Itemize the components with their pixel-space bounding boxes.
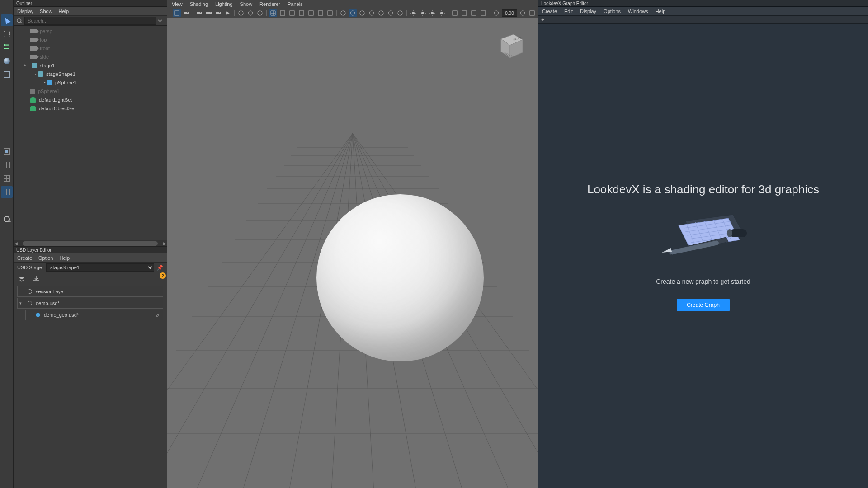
outliner-item[interactable]: front bbox=[14, 44, 167, 52]
snap-tool-2[interactable] bbox=[1, 159, 13, 171]
search-dropdown-icon[interactable] bbox=[158, 19, 162, 23]
scroll-left-icon[interactable]: ◀ bbox=[14, 241, 18, 246]
vp-select[interactable] bbox=[173, 9, 181, 17]
scroll-thumb[interactable] bbox=[23, 241, 158, 246]
vp-layout3[interactable] bbox=[297, 9, 306, 17]
create-graph-button[interactable]: Create Graph bbox=[677, 299, 730, 311]
scroll-right-icon[interactable]: ▶ bbox=[162, 241, 167, 246]
outliner-item[interactable]: defaultLightSet bbox=[14, 95, 167, 104]
outliner-item[interactable]: pSphere1 bbox=[14, 87, 167, 95]
vp-light4[interactable] bbox=[438, 9, 446, 17]
vp-menu-view[interactable]: View bbox=[172, 1, 183, 7]
save-button[interactable]: 2 bbox=[154, 274, 163, 283]
ldx-menu-windows[interactable]: Windows bbox=[628, 9, 648, 14]
outliner-item[interactable]: top bbox=[14, 35, 167, 44]
grid-icon bbox=[4, 162, 10, 168]
ldx-menu-help[interactable]: Help bbox=[656, 9, 666, 14]
target-icon[interactable] bbox=[36, 313, 40, 317]
stage-dropdown[interactable]: stageShape1 bbox=[46, 263, 154, 272]
pin-icon[interactable]: 📌 bbox=[157, 264, 163, 271]
snap-tool-3[interactable] bbox=[1, 173, 13, 184]
vp-menu-shading[interactable]: Shading bbox=[190, 1, 208, 7]
vp-gear[interactable] bbox=[492, 9, 500, 17]
outliner-item[interactable]: persp bbox=[14, 27, 167, 35]
vp-shade1[interactable] bbox=[237, 9, 245, 17]
vp-xray5[interactable] bbox=[396, 9, 404, 17]
vp-r3[interactable] bbox=[470, 9, 478, 17]
layer-row[interactable]: demo_geo.usd*⊘ bbox=[25, 310, 163, 320]
vp-layout6[interactable] bbox=[326, 9, 334, 17]
vp-menu-panels[interactable]: Panels bbox=[288, 1, 303, 7]
ldx-menu-options[interactable]: Options bbox=[604, 9, 621, 14]
vp-shade3[interactable] bbox=[256, 9, 264, 17]
outliner-item[interactable]: -stageShape1 bbox=[14, 70, 167, 78]
vp-grid[interactable] bbox=[269, 9, 277, 17]
vp-layout5[interactable] bbox=[316, 9, 325, 17]
vp-xray4[interactable] bbox=[387, 9, 395, 17]
menu-help[interactable]: Help bbox=[59, 255, 70, 261]
vp-shade2[interactable] bbox=[246, 9, 255, 17]
snap-tool-4[interactable] bbox=[1, 186, 13, 198]
vp-film2[interactable] bbox=[205, 9, 213, 17]
outliner-item[interactable]: defaultObjectSet bbox=[14, 104, 167, 113]
ldx-menu-create[interactable]: Create bbox=[542, 9, 557, 14]
select-tool[interactable] bbox=[1, 14, 13, 26]
outliner-scrollbar[interactable]: ◀ ▶ bbox=[14, 240, 167, 246]
menu-show[interactable]: Show bbox=[40, 9, 52, 14]
vp-menu-lighting[interactable]: Lighting bbox=[215, 1, 233, 7]
search-input[interactable] bbox=[24, 17, 156, 25]
vp-light1[interactable] bbox=[409, 9, 417, 17]
usd-layer-editor: USD Layer Editor Create Option Help USD … bbox=[14, 246, 167, 488]
vp-menu-show[interactable]: Show bbox=[240, 1, 253, 7]
menu-option[interactable]: Option bbox=[38, 255, 53, 261]
svg-rect-11 bbox=[290, 11, 294, 15]
add-layer-button[interactable] bbox=[17, 274, 26, 283]
vp-end2[interactable] bbox=[528, 9, 536, 17]
layer-row[interactable]: ▾demo.usd* bbox=[17, 298, 163, 309]
vp-menu-renderer[interactable]: Renderer bbox=[259, 1, 280, 7]
viewport-canvas[interactable]: FRONT RIGHT bbox=[167, 18, 538, 488]
arrow-icon bbox=[3, 16, 10, 24]
vp-play[interactable] bbox=[224, 9, 232, 17]
vp-r4[interactable] bbox=[479, 9, 487, 17]
vp-r1[interactable] bbox=[451, 9, 459, 17]
vp-xray3[interactable] bbox=[377, 9, 385, 17]
add-tab-button[interactable]: + bbox=[541, 17, 545, 23]
search-tool[interactable] bbox=[1, 213, 13, 225]
lasso-tool[interactable] bbox=[1, 28, 13, 40]
svg-rect-45 bbox=[472, 11, 476, 15]
vp-cam[interactable] bbox=[182, 9, 190, 17]
vp-light2[interactable] bbox=[419, 9, 427, 17]
vp-xray2[interactable] bbox=[368, 9, 376, 17]
layer-row[interactable]: sessionLayer bbox=[17, 286, 163, 297]
ldx-menu-edit[interactable]: Edit bbox=[564, 9, 573, 14]
view-cube[interactable]: FRONT RIGHT bbox=[492, 28, 528, 64]
outliner-item[interactable]: •pSphere1 bbox=[14, 78, 167, 87]
vp-layout1[interactable] bbox=[278, 9, 287, 17]
target-icon[interactable] bbox=[28, 289, 32, 294]
vp-film[interactable] bbox=[195, 9, 203, 17]
vp-iso[interactable] bbox=[339, 9, 347, 17]
vp-layout4[interactable] bbox=[307, 9, 315, 17]
outliner-item[interactable]: +-stage1 bbox=[14, 61, 167, 70]
move-tool[interactable] bbox=[1, 42, 13, 53]
target-icon[interactable] bbox=[28, 301, 32, 305]
scale-tool[interactable] bbox=[1, 69, 13, 80]
vp-xray[interactable] bbox=[358, 9, 366, 17]
vp-light3[interactable] bbox=[428, 9, 436, 17]
ldx-menu-display[interactable]: Display bbox=[580, 9, 596, 14]
vp-exposure-field[interactable]: 0.00 bbox=[502, 9, 517, 17]
mute-icon[interactable]: ⊘ bbox=[155, 312, 159, 318]
menu-help[interactable]: Help bbox=[59, 9, 69, 14]
vp-end1[interactable] bbox=[519, 9, 527, 17]
menu-display[interactable]: Display bbox=[17, 9, 33, 14]
vp-iso2[interactable] bbox=[349, 9, 357, 17]
vp-r2[interactable] bbox=[460, 9, 468, 17]
snap-grid-tool[interactable] bbox=[1, 145, 13, 157]
vp-layout2[interactable] bbox=[288, 9, 296, 17]
outliner-item[interactable]: side bbox=[14, 52, 167, 61]
vp-film3[interactable] bbox=[214, 9, 222, 17]
import-layer-button[interactable] bbox=[32, 274, 41, 283]
rotate-tool[interactable] bbox=[1, 55, 13, 67]
menu-create[interactable]: Create bbox=[17, 255, 32, 261]
